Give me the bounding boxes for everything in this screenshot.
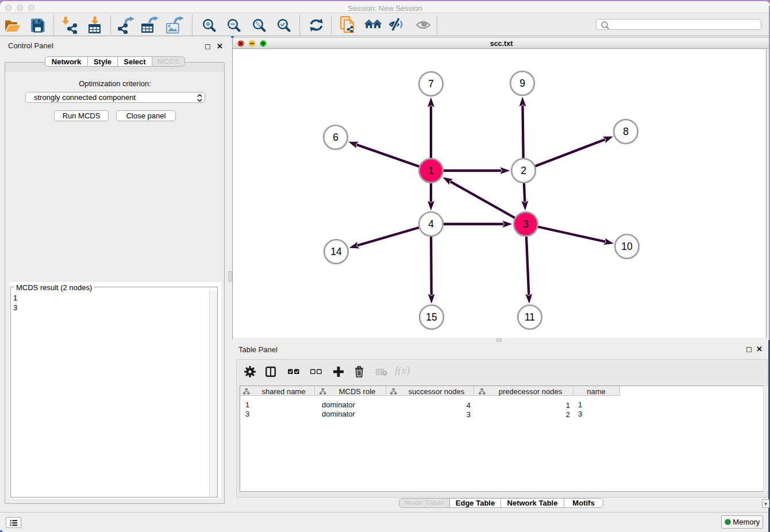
- svg-text:9: 9: [519, 78, 525, 89]
- svg-text:11: 11: [525, 311, 535, 323]
- svg-text:4: 4: [428, 218, 434, 230]
- svg-text:1: 1: [428, 165, 434, 176]
- svg-text:2: 2: [521, 165, 526, 176]
- svg-text:10: 10: [621, 241, 633, 252]
- svg-text:7: 7: [428, 78, 434, 90]
- svg-text:15: 15: [426, 311, 437, 323]
- svg-text:8: 8: [623, 126, 629, 137]
- svg-text:3: 3: [523, 218, 529, 230]
- svg-text:6: 6: [333, 132, 338, 143]
- svg-text:14: 14: [330, 246, 342, 257]
